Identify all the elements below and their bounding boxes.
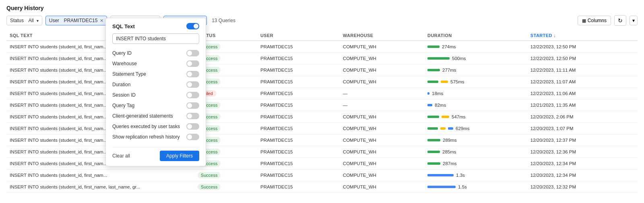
- status-filter-chip[interactable]: Status All ▾: [6, 16, 42, 25]
- table-body: INSERT INTO students (student_id, first_…: [6, 41, 638, 193]
- duration-bar: [427, 104, 432, 106]
- duration-bar: [427, 139, 440, 141]
- user-filter-close-icon[interactable]: ✕: [100, 18, 103, 23]
- filter-toggle-client-generated[interactable]: [186, 113, 199, 119]
- table-row[interactable]: INSERT INTO students (student_id, first_…: [6, 146, 638, 158]
- cell-warehouse: COMPUTE_WH: [340, 64, 424, 76]
- table-row[interactable]: INSERT INTO students (student_id, first_…: [6, 158, 638, 170]
- cell-user: PRAMITDEC15: [257, 158, 340, 170]
- refresh-button[interactable]: ↻: [614, 15, 626, 26]
- table-row[interactable]: INSERT INTO students (student_id, first_…: [6, 123, 638, 135]
- cell-sql-text: INSERT INTO students (student_id, first_…: [6, 170, 194, 181]
- duration-bar-segment: [427, 127, 438, 130]
- duration-label: 629ms: [456, 126, 470, 131]
- popover-title-text: SQL Text: [112, 23, 135, 29]
- cell-warehouse: COMPUTE_WH: [340, 76, 424, 88]
- table-header: SQL TEXT STATUS USER WAREHOUSE DURATION …: [6, 31, 638, 41]
- cell-user: PRAMITDEC15: [257, 99, 340, 111]
- apply-filters-button[interactable]: Apply Filters: [160, 151, 199, 161]
- filter-row-queries-user-tasks: Queries executed by user tasks: [112, 121, 199, 132]
- cell-sql-text: INSERT INTO students (student_id, first_…: [6, 181, 194, 193]
- filter-toggle-show-replication[interactable]: [186, 134, 199, 140]
- cell-status: Success: [194, 181, 257, 193]
- cell-warehouse: COMPUTE_WH: [340, 135, 424, 146]
- cell-user: PRAMITDEC15: [257, 53, 340, 64]
- duration-bar-segment: [448, 127, 453, 130]
- filter-row-warehouse: Warehouse: [112, 58, 199, 69]
- table-row[interactable]: INSERT INTO students (student_id, first_…: [6, 181, 638, 193]
- duration-bar: [427, 174, 454, 176]
- table-row[interactable]: INSERT INTO students (student_id, first_…: [6, 53, 638, 64]
- filter-label-session-id: Session ID: [112, 92, 136, 98]
- duration-label: 547ms: [452, 114, 466, 119]
- cell-user: PRAMITDEC15: [257, 88, 340, 99]
- filter-toggle-statement-type[interactable]: [186, 71, 199, 77]
- sql-text-toggle[interactable]: [186, 23, 199, 29]
- filter-toggle-warehouse[interactable]: [186, 60, 199, 67]
- filter-label-client-generated: Client-generated statements: [112, 113, 173, 119]
- cell-duration: 575ms: [424, 76, 527, 88]
- cell-user: PRAMITDEC15: [257, 181, 340, 193]
- cell-duration: 547ms: [424, 111, 527, 123]
- cell-duration: 500ms: [424, 53, 527, 64]
- more-options-button[interactable]: ▾: [630, 16, 638, 25]
- cell-warehouse: —: [340, 99, 424, 111]
- sql-text-search-input[interactable]: [112, 33, 199, 44]
- cell-duration: 289ms: [424, 135, 527, 146]
- cell-duration: 287ms: [424, 158, 527, 170]
- duration-label: 575ms: [450, 79, 464, 84]
- table-row[interactable]: INSERT INTO students (student_id, first_…: [6, 170, 638, 181]
- cell-duration: 18ms: [424, 88, 527, 99]
- filter-toggle-slider-show-replication: [186, 134, 199, 140]
- cell-user: PRAMITDEC15: [257, 146, 340, 158]
- status-chevron-icon: ▾: [37, 19, 39, 23]
- table-row[interactable]: INSERT INTO students (student_id, first_…: [6, 135, 638, 146]
- columns-button[interactable]: ▦ Columns: [578, 16, 611, 25]
- filter-toggle-query-tag[interactable]: [186, 102, 199, 109]
- cell-started: 12/22/2023, 11:11 AM: [527, 64, 638, 76]
- filter-toggle-queries-user-tasks[interactable]: [186, 123, 199, 130]
- table-row[interactable]: INSERT INTO students (student_id, first_…: [6, 76, 638, 88]
- duration-bar-segment: [441, 81, 448, 83]
- cell-started: 12/20/2023, 12:32 PM: [527, 181, 638, 193]
- table-row[interactable]: INSERT INTO students (student_id, first_…: [6, 64, 638, 76]
- duration-bar: [427, 186, 456, 188]
- table-row[interactable]: INSERT INTO students (student_id, first_…: [6, 111, 638, 123]
- cell-duration: 274ms: [424, 41, 527, 53]
- filter-row-session-id: Session ID: [112, 90, 199, 100]
- duration-label: 285ms: [442, 149, 456, 154]
- duration-label: 274ms: [442, 44, 456, 49]
- cell-warehouse: COMPUTE_WH: [340, 158, 424, 170]
- popover-footer: Clear all Apply Filters: [112, 147, 199, 161]
- duration-bar: [427, 162, 440, 165]
- filter-toggle-session-id[interactable]: [186, 92, 199, 98]
- duration-bar-segment: [442, 116, 449, 118]
- table-container: SQL TEXT STATUS USER WAREHOUSE DURATION …: [6, 31, 638, 193]
- filter-toggle-slider-duration: [186, 81, 199, 88]
- filter-toggle-slider-query-id: [186, 50, 199, 56]
- cell-user: PRAMITDEC15: [257, 41, 340, 53]
- duration-bar: [427, 57, 450, 60]
- cell-started: 12/22/2023, 11:07 AM: [527, 76, 638, 88]
- page-container: Query History Status All ▾ User PRAMITDE…: [0, 0, 644, 198]
- duration-bar-segment: [427, 81, 438, 83]
- clear-all-button[interactable]: Clear all: [112, 153, 130, 159]
- cell-warehouse: —: [340, 88, 424, 99]
- cell-warehouse: COMPUTE_WH: [340, 111, 424, 123]
- duration-bar: [427, 46, 440, 48]
- table-row[interactable]: INSERT INTO students (student_id, first_…: [6, 88, 638, 99]
- cell-warehouse: COMPUTE_WH: [340, 181, 424, 193]
- duration-bar: [427, 69, 440, 71]
- filter-rows-container: Query IDWarehouseStatement TypeDurationS…: [112, 48, 199, 142]
- cell-warehouse: COMPUTE_WH: [340, 146, 424, 158]
- cell-duration: 1.5s: [424, 181, 527, 193]
- col-warehouse: WAREHOUSE: [340, 31, 424, 41]
- filter-toggle-query-id[interactable]: [186, 50, 199, 56]
- user-filter-chip[interactable]: User PRAMITDEC15 ✕: [45, 16, 107, 25]
- filter-toggle-duration[interactable]: [186, 81, 199, 88]
- filter-toggle-slider-statement-type: [186, 71, 199, 77]
- col-started[interactable]: STARTED ↓: [527, 31, 638, 41]
- table-row[interactable]: INSERT INTO students (student_id, first_…: [6, 99, 638, 111]
- table-row[interactable]: INSERT INTO students (student_id, first_…: [6, 41, 638, 53]
- popover-header: SQL Text: [112, 23, 199, 29]
